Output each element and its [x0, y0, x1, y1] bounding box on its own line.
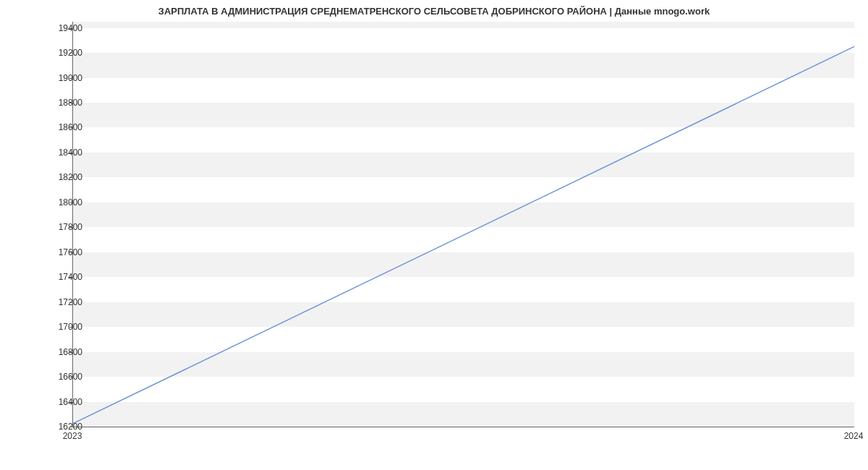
- chart-title: ЗАРПЛАТА В АДМИНИСТРАЦИЯ СРЕДНЕМАТРЕНСКО…: [0, 6, 868, 17]
- x-tick-label: 2023: [63, 431, 82, 441]
- y-tick-label: 18200: [39, 172, 82, 182]
- data-line: [73, 46, 854, 423]
- y-tick-label: 19200: [39, 48, 82, 58]
- y-tick-label: 19400: [39, 23, 82, 33]
- y-tick-label: 17000: [39, 322, 82, 332]
- chart-container: ЗАРПЛАТА В АДМИНИСТРАЦИЯ СРЕДНЕМАТРЕНСКО…: [0, 0, 868, 470]
- plot-area: [72, 22, 854, 427]
- y-tick-label: 17600: [39, 247, 82, 257]
- line-series: [73, 22, 854, 427]
- y-tick-label: 16800: [39, 347, 82, 357]
- y-tick-label: 17800: [39, 222, 82, 232]
- x-tick-label: 2024: [844, 431, 864, 441]
- y-tick-label: 16400: [39, 397, 82, 407]
- y-tick-label: 17200: [39, 297, 82, 307]
- y-tick-label: 19000: [39, 73, 82, 83]
- y-tick-label: 17400: [39, 272, 82, 282]
- y-tick-label: 16200: [39, 422, 82, 432]
- y-tick-label: 18600: [39, 122, 82, 132]
- y-tick-label: 18000: [39, 197, 82, 208]
- y-tick-label: 18400: [39, 148, 82, 158]
- y-tick-label: 18800: [39, 98, 82, 108]
- y-tick-label: 16600: [39, 372, 82, 382]
